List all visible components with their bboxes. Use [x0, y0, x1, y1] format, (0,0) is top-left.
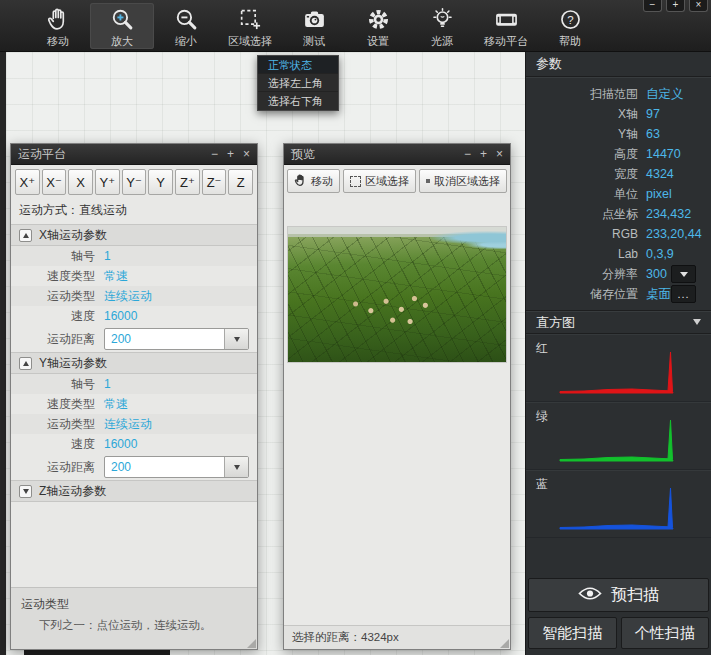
preview-statusbar: 选择的距离：4324px	[284, 625, 510, 649]
panel-close-button[interactable]: ×	[496, 148, 503, 160]
y-distance-row: 运动距离 200	[11, 454, 257, 480]
tool-platform-label: 移动平台	[484, 34, 528, 49]
tool-zoom-out[interactable]: 缩小	[154, 3, 218, 49]
section-header-z-axis[interactable]: Z轴运动参数	[11, 480, 257, 502]
x-distance-row: 运动距离 200	[11, 326, 257, 352]
motion-panel-controls: − + ×	[211, 148, 250, 160]
preview-cancel-region-button[interactable]: 取消区域选择	[419, 169, 507, 193]
prescan-label: 预扫描	[611, 585, 659, 606]
zoom-in-icon	[109, 7, 135, 32]
camera-icon	[301, 7, 327, 32]
param-row-unit: 单位 pixel	[526, 184, 711, 204]
motion-platform-panel: 运动平台 − + × X⁺ X⁻ X Y⁺ Y⁻ Y Z⁺ Z⁻ Z 运动方式：…	[10, 143, 258, 650]
section-header-y-axis[interactable]: Y轴运动参数	[11, 352, 257, 374]
histogram-blue: 蓝	[526, 470, 711, 538]
axis-button-y[interactable]: Y	[148, 169, 173, 195]
window-minimize-button[interactable]: −	[643, 0, 662, 12]
selected-distance-label: 选择的距离：4324px	[292, 631, 399, 643]
histogram-header[interactable]: 直方图	[526, 310, 711, 334]
x-distance-dropdown-button[interactable]	[224, 329, 248, 349]
cancel-region-icon	[426, 179, 430, 183]
help-description: 下列之一：点位运动，连续运动。	[39, 618, 247, 633]
tool-move[interactable]: 移动	[26, 3, 90, 49]
tool-help[interactable]: ? 帮助	[538, 3, 602, 49]
tool-region-select-label: 区域选择	[228, 34, 272, 49]
param-row-resolution: 分辨率 300	[526, 264, 711, 284]
tool-light[interactable]: 光源	[410, 3, 474, 49]
axis-button-z-plus[interactable]: Z⁺	[175, 169, 200, 195]
custom-scan-button[interactable]: 个性扫描	[621, 617, 710, 649]
y-distance-dropdown-button[interactable]	[224, 457, 248, 477]
axis-button-z-minus[interactable]: Z⁻	[202, 169, 227, 195]
param-row-point-coord: 点坐标 234,432	[526, 204, 711, 224]
main-toolbar: 移动 放大 缩小 区域选择 测试	[0, 0, 711, 52]
preview-panel-controls: − + ×	[464, 148, 503, 160]
help-title: 运动类型	[21, 596, 247, 613]
x-speed-type-row: 速度类型 常速	[11, 266, 257, 286]
eye-icon	[578, 586, 602, 605]
window-close-button[interactable]: ×	[689, 0, 708, 12]
param-row-storage: 储存位置 桌面 ...	[526, 284, 711, 304]
left-edge-strip	[0, 52, 6, 655]
preview-panel: 预览 − + × 移动 区域选择 取消区域选择	[283, 143, 511, 650]
panel-maximize-button[interactable]: +	[227, 148, 234, 160]
preview-body	[284, 197, 510, 625]
panel-minimize-button[interactable]: −	[464, 148, 471, 160]
motion-panel-titlebar[interactable]: 运动平台 − + ×	[11, 144, 257, 165]
section-header-x-axis[interactable]: X轴运动参数	[11, 224, 257, 246]
browse-storage-button[interactable]: ...	[671, 285, 696, 303]
zoom-out-icon	[173, 7, 199, 32]
menu-item-select-bottom-right[interactable]: 选择右下角	[258, 92, 338, 110]
resize-grip[interactable]	[500, 639, 509, 648]
params-panel-empty-area	[526, 538, 711, 578]
preview-region-select-button[interactable]: 区域选择	[343, 169, 416, 193]
motion-mode-label: 运动方式：直线运动	[11, 198, 257, 224]
motion-panel-title: 运动平台	[18, 146, 211, 163]
axis-button-x-minus[interactable]: X⁻	[42, 169, 67, 195]
menu-item-select-top-left[interactable]: 选择左上角	[258, 74, 338, 92]
param-row-scan-range: 扫描范围 自定义	[526, 84, 711, 104]
param-row-x-axis: X轴 97	[526, 104, 711, 124]
parameters-rows: 扫描范围 自定义 X轴 97 Y轴 63 高度 14470 宽度 4324 单位…	[526, 77, 711, 304]
histogram-red: 红	[526, 334, 711, 402]
preview-image[interactable]	[287, 226, 507, 363]
region-select-icon	[350, 176, 361, 187]
x-speed-row: 速度 16000	[11, 306, 257, 326]
y-speed-row: 速度 16000	[11, 434, 257, 454]
preview-panel-titlebar[interactable]: 预览 − + ×	[284, 144, 510, 165]
axis-button-z[interactable]: Z	[228, 169, 253, 195]
collapse-up-icon	[19, 357, 32, 370]
window-maximize-button[interactable]: +	[666, 0, 685, 12]
tool-test-label: 测试	[303, 34, 325, 49]
tool-region-select[interactable]: 区域选择	[218, 3, 282, 49]
axis-jog-buttons: X⁺ X⁻ X Y⁺ Y⁻ Y Z⁺ Z⁻ Z	[11, 165, 257, 198]
tool-platform[interactable]: 移动平台	[474, 3, 538, 49]
axis-button-x[interactable]: X	[68, 169, 93, 195]
app-window: 移动 放大 缩小 区域选择 测试	[0, 0, 711, 655]
menu-item-normal-state[interactable]: 正常状态	[258, 56, 338, 74]
tool-settings[interactable]: 设置	[346, 3, 410, 49]
preview-move-button[interactable]: 移动	[287, 169, 340, 193]
panel-maximize-button[interactable]: +	[480, 148, 487, 160]
y-speed-type-row: 速度类型 常速	[11, 394, 257, 414]
x-axis-number-row: 轴号 1	[11, 246, 257, 266]
lightbulb-icon	[429, 7, 455, 32]
resize-grip[interactable]	[247, 639, 256, 648]
smart-scan-button[interactable]: 智能扫描	[528, 617, 617, 649]
tool-test[interactable]: 测试	[282, 3, 346, 49]
axis-button-y-plus[interactable]: Y⁺	[95, 169, 120, 195]
resolution-dropdown-button[interactable]	[671, 265, 696, 283]
blue-histogram-curve	[556, 484, 686, 532]
panel-close-button[interactable]: ×	[243, 148, 250, 160]
tool-zoom-in[interactable]: 放大	[90, 3, 154, 49]
x-distance-combobox[interactable]: 200	[104, 328, 249, 350]
prescan-button[interactable]: 预扫描	[528, 578, 709, 612]
y-distance-combobox[interactable]: 200	[104, 456, 249, 478]
panel-minimize-button[interactable]: −	[211, 148, 218, 160]
axis-button-x-plus[interactable]: X⁺	[15, 169, 40, 195]
axis-button-y-minus[interactable]: Y⁻	[122, 169, 147, 195]
collapse-up-icon	[19, 229, 32, 242]
preview-toolbar: 移动 区域选择 取消区域选择	[284, 165, 510, 197]
collapse-down-icon	[19, 485, 32, 498]
motion-panel-empty-area	[11, 502, 257, 587]
